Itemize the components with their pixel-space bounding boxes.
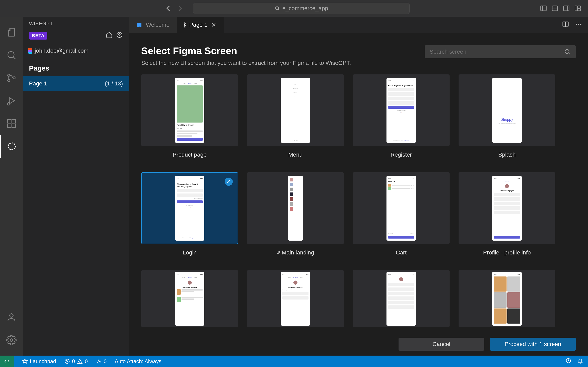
svg-rect-19 bbox=[8, 124, 11, 127]
screen-card-register[interactable]: 9:41●●● Hello! Register to get started o… bbox=[353, 75, 450, 158]
svg-rect-20 bbox=[12, 124, 15, 127]
search-screen-field[interactable] bbox=[425, 45, 576, 58]
svg-rect-6 bbox=[564, 6, 569, 11]
remote-indicator[interactable] bbox=[0, 356, 14, 367]
svg-rect-9 bbox=[578, 6, 581, 8]
wisegpt-icon[interactable] bbox=[0, 135, 23, 158]
screen-label: Product page bbox=[173, 151, 207, 158]
screen-card-row3-3[interactable]: 9:41●●● bbox=[353, 270, 450, 327]
wisegpt-tab-icon bbox=[184, 22, 186, 28]
page-item-count: (1 / 13) bbox=[105, 80, 123, 87]
page-title: Select Figma Screen bbox=[141, 45, 351, 57]
account-icon[interactable] bbox=[116, 31, 123, 40]
svg-line-32 bbox=[569, 53, 570, 54]
command-center[interactable]: e_commerce_app bbox=[193, 3, 410, 14]
footer-buttons: Cancel Proceed with 1 screen bbox=[129, 333, 588, 356]
problems-button[interactable]: 0 0 bbox=[64, 358, 88, 365]
layout-customize-icon[interactable] bbox=[574, 4, 582, 12]
screen-card-cart[interactable]: 9:41●●● My Cart $99.30 $49.30 Subtotal $… bbox=[353, 172, 450, 256]
svg-rect-4 bbox=[552, 6, 558, 11]
screen-grid: 9:41●●● ShopWomenMen Print Maxi Dress $9… bbox=[141, 75, 576, 327]
search-icon bbox=[564, 48, 571, 55]
nav-back-button[interactable] bbox=[163, 3, 173, 13]
notifications-icon[interactable] bbox=[577, 358, 583, 365]
screen-card-splash[interactable]: Shoppy The ultimate way to shop online S… bbox=[458, 75, 555, 158]
svg-point-28 bbox=[576, 24, 577, 25]
run-debug-icon[interactable] bbox=[0, 89, 23, 112]
screen-label: ⬀Main landing bbox=[277, 249, 314, 256]
tab-welcome[interactable]: Welcome bbox=[129, 17, 177, 33]
split-editor-icon[interactable] bbox=[562, 21, 569, 29]
svg-rect-10 bbox=[578, 9, 581, 11]
activity-bar bbox=[0, 17, 23, 356]
figma-icon bbox=[28, 48, 32, 54]
settings-gear-icon[interactable] bbox=[0, 329, 23, 351]
ports-button[interactable]: 0 bbox=[96, 358, 107, 365]
tab-page1[interactable]: Page 1 ✕ bbox=[177, 17, 224, 33]
svg-rect-2 bbox=[541, 6, 546, 11]
cursor-icon: ⬀ bbox=[277, 250, 281, 255]
svg-point-25 bbox=[119, 33, 121, 35]
tab-label: Page 1 bbox=[189, 22, 208, 28]
close-tab-icon[interactable]: ✕ bbox=[211, 21, 216, 29]
layout-panel-bottom-icon[interactable] bbox=[551, 4, 559, 12]
screen-card-profile[interactable]: 9:41●●● Profile Savannah Nguyen Profile … bbox=[458, 172, 555, 256]
screen-label: Menu bbox=[288, 151, 303, 158]
svg-line-1 bbox=[278, 9, 279, 10]
svg-point-14 bbox=[8, 80, 10, 82]
source-control-icon[interactable] bbox=[0, 67, 23, 89]
svg-point-13 bbox=[8, 74, 10, 76]
account-email-row[interactable]: john.doe@gmail.com bbox=[23, 43, 129, 58]
screen-card-product-page[interactable]: 9:41●●● ShopWomenMen Print Maxi Dress $9… bbox=[141, 75, 238, 158]
screen-card-row3-2[interactable]: 9:41●●● ShopWomenMen Savannah Nguyen Com… bbox=[247, 270, 344, 327]
history-icon[interactable] bbox=[566, 358, 571, 365]
tab-bar: Welcome Page 1 ✕ bbox=[129, 17, 588, 33]
search-icon[interactable] bbox=[0, 44, 23, 67]
screen-label: Splash bbox=[498, 151, 516, 158]
accounts-icon[interactable] bbox=[0, 306, 23, 329]
svg-point-22 bbox=[9, 314, 13, 317]
screen-label: Login bbox=[183, 249, 197, 256]
svg-point-11 bbox=[8, 52, 14, 58]
beta-badge: BETA bbox=[29, 32, 47, 40]
svg-point-30 bbox=[580, 24, 581, 25]
home-icon[interactable] bbox=[106, 31, 113, 40]
extensions-icon[interactable] bbox=[0, 112, 23, 135]
svg-point-38 bbox=[98, 361, 99, 362]
svg-point-31 bbox=[565, 50, 569, 54]
command-center-text: e_commerce_app bbox=[282, 5, 328, 12]
launchpad-button[interactable]: Launchpad bbox=[22, 358, 56, 365]
screen-label: Register bbox=[390, 151, 412, 158]
screen-card-menu[interactable]: CART PROFILE wishlist About Menu bbox=[247, 75, 344, 158]
screen-card-row3-1[interactable]: 9:41●●● ShopWomenMen Savannah Nguyen bbox=[141, 270, 238, 327]
screen-card-main-landing[interactable]: ⬀Main landing bbox=[247, 172, 344, 256]
nav-forward-button[interactable] bbox=[175, 3, 185, 13]
screen-card-row3-4[interactable]: 9:41●●● bbox=[458, 270, 555, 327]
sidebar-title: WISEGPT bbox=[23, 17, 129, 29]
svg-point-29 bbox=[578, 24, 579, 25]
svg-rect-21 bbox=[12, 120, 15, 123]
screen-label: Cart bbox=[396, 249, 407, 256]
svg-rect-18 bbox=[8, 120, 11, 123]
search-screen-input[interactable] bbox=[430, 49, 564, 55]
layout-sidebar-right-icon[interactable] bbox=[562, 4, 571, 12]
main-content: Select Figma Screen Select the new UI sc… bbox=[129, 33, 588, 333]
tab-label: Welcome bbox=[146, 22, 169, 28]
status-bar: Launchpad 0 0 0 Auto Attach: Always bbox=[0, 356, 588, 367]
check-icon: ✓ bbox=[225, 178, 233, 186]
screen-label: Profile - profile info bbox=[483, 249, 531, 256]
page-item-page1[interactable]: Page 1 (1 / 13) bbox=[23, 76, 129, 91]
svg-rect-8 bbox=[575, 6, 578, 11]
svg-point-0 bbox=[276, 7, 278, 9]
explorer-icon[interactable] bbox=[0, 21, 23, 44]
proceed-button[interactable]: Proceed with 1 screen bbox=[490, 338, 576, 351]
svg-line-12 bbox=[13, 57, 15, 59]
cancel-button[interactable]: Cancel bbox=[398, 338, 484, 351]
auto-attach-button[interactable]: Auto Attach: Always bbox=[115, 358, 161, 365]
sidebar: WISEGPT BETA john.doe@gmail.com Pages Pa… bbox=[23, 17, 129, 356]
page-subtitle: Select the new UI screen that you want t… bbox=[141, 60, 351, 66]
layout-sidebar-left-icon[interactable] bbox=[539, 4, 548, 12]
titlebar: e_commerce_app bbox=[0, 0, 588, 17]
screen-card-login[interactable]: ✓ 9:41●●● Welcome back! Glad to see you,… bbox=[141, 172, 238, 256]
more-actions-icon[interactable] bbox=[575, 21, 582, 29]
